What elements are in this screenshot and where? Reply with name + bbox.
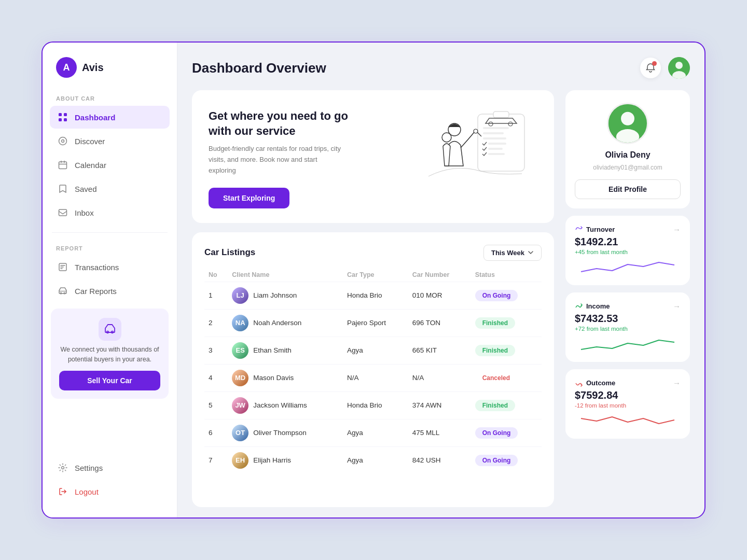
saved-label: Saved [75,185,97,193]
cell-type: Honda Brio [343,391,408,419]
table-row: 7 EH Elijah Harris Agya 842 USH On Going [204,446,542,474]
svg-rect-7 [59,209,67,216]
svg-rect-25 [488,148,503,150]
stat-sub-outcome: -12 from last month [575,402,681,409]
stat-label-turnover: Turnover [575,226,615,234]
svg-point-29 [442,133,451,142]
client-avatar: NA [232,315,248,331]
svg-point-32 [616,129,639,144]
sidebar-item-car-reports[interactable]: Car Reports [50,279,170,302]
sidebar: A Avis ABOUT CAR Dashboard Discover [43,43,177,517]
stat-card-outcome: Outcome → $7592.84 -12 from last month [565,369,690,439]
car-illustration [428,109,532,187]
cell-number: 842 USH [408,446,471,474]
edit-profile-button[interactable]: Edit Profile [575,179,681,199]
cell-status: Finished [471,309,542,337]
cell-no: 5 [204,391,228,419]
calendar-label: Calendar [75,161,106,170]
promo-card: We connect you with thousands of potenti… [51,309,169,399]
discover-icon [57,135,68,147]
hero-card: Get where you need to go with our servic… [192,90,554,223]
content-grid: Get where you need to go with our servic… [192,90,690,507]
svg-rect-20 [483,132,504,134]
logo[interactable]: A Avis [43,57,177,90]
transactions-label: Transactions [75,263,119,272]
this-week-label: This Week [491,249,524,257]
status-badge: On Going [475,290,518,301]
notification-button[interactable] [640,58,661,78]
status-badge: Finished [475,345,515,356]
svg-rect-1 [64,113,67,116]
sidebar-item-inbox[interactable]: Inbox [50,201,170,224]
stat-header-turnover: Turnover → [575,225,681,234]
car-listings-title: Car Listings [204,247,255,258]
cell-number: 665 KIT [408,337,471,364]
settings-icon [57,462,68,473]
status-badge: On Going [475,455,518,466]
discover-label: Discover [75,137,105,146]
main-nav: Dashboard Discover Calendar Saved [43,106,177,225]
svg-point-28 [474,129,478,133]
dashboard-icon [57,111,68,123]
cell-status: On Going [471,282,542,309]
dashboard-label: Dashboard [75,113,115,122]
sidebar-item-logout[interactable]: Logout [50,480,170,503]
notification-dot [652,61,657,66]
sidebar-item-transactions[interactable]: Transactions [50,256,170,278]
client-avatar: MD [232,370,248,386]
turnover-chart [575,257,681,277]
outcome-arrow-icon[interactable]: → [673,379,681,387]
cell-number: 374 AWN [408,391,471,419]
table-row: 4 MD Mason Davis N/A N/A Canceled [204,364,542,391]
status-badge: On Going [475,427,518,439]
income-arrow-icon[interactable]: → [673,302,681,311]
sidebar-bottom: Settings Logout [43,453,177,507]
profile-avatar-svg [608,103,647,144]
svg-rect-3 [64,118,67,121]
start-exploring-button[interactable]: Start Exploring [209,188,289,208]
outcome-chart [575,411,681,430]
client-avatar: ES [232,342,248,359]
stat-card-turnover: Turnover → $1492.21 +45 from last month [565,216,690,285]
col-client: Client Name [228,268,343,282]
svg-point-4 [59,137,67,145]
settings-label: Settings [75,464,103,472]
promo-text: We connect you with thousands of potenti… [59,345,160,365]
car-listings-table: No Client Name Car Type Car Number Statu… [204,268,542,474]
col-status: Status [471,268,542,282]
table-row: 6 OT Oliver Thompson Agya 475 MLL On Goi… [204,419,542,446]
app-container: A Avis ABOUT CAR Dashboard Discover [42,41,706,519]
stat-label-income: Income [575,302,610,311]
profile-card: Olivia Deny oliviadeny01@gmail.com Edit … [565,90,690,208]
turnover-arrow-icon[interactable]: → [673,225,681,234]
cell-client: MD Mason Davis [228,364,343,391]
car-listings-header: Car Listings This Week [204,245,542,261]
app-name: Avis [82,62,104,74]
main-header: Dashboard Overview [192,57,690,79]
sidebar-item-calendar[interactable]: Calendar [50,153,170,176]
sidebar-item-discover[interactable]: Discover [50,130,170,152]
cell-client: EH Elijah Harris [228,446,343,474]
hero-illustration [423,109,537,187]
cell-number: 475 MLL [408,419,471,446]
sidebar-item-dashboard[interactable]: Dashboard [50,106,170,129]
this-week-filter[interactable]: This Week [483,245,542,261]
cell-number: 696 TON [408,309,471,337]
cell-no: 2 [204,309,228,337]
col-type: Car Type [343,268,408,282]
header-avatar[interactable] [668,57,690,79]
stat-value-income: $7432.53 [575,313,681,325]
svg-point-13 [62,467,64,469]
section-label-about: ABOUT CAR [43,95,177,106]
stat-header-income: Income → [575,302,681,311]
sell-car-button[interactable]: Sell Your Car [59,371,160,390]
table-row: 1 LJ Liam Johnson Honda Brio 010 MOR On … [204,282,542,309]
center-column: Get where you need to go with our servic… [192,90,554,507]
main-content: Dashboard Overview [177,43,704,517]
sidebar-item-settings[interactable]: Settings [50,456,170,479]
cell-no: 4 [204,364,228,391]
table-row: 5 JW Jackson Williams Honda Brio 374 AWN… [204,391,542,419]
svg-point-31 [621,112,634,125]
sidebar-item-saved[interactable]: Saved [50,177,170,200]
cell-no: 1 [204,282,228,309]
